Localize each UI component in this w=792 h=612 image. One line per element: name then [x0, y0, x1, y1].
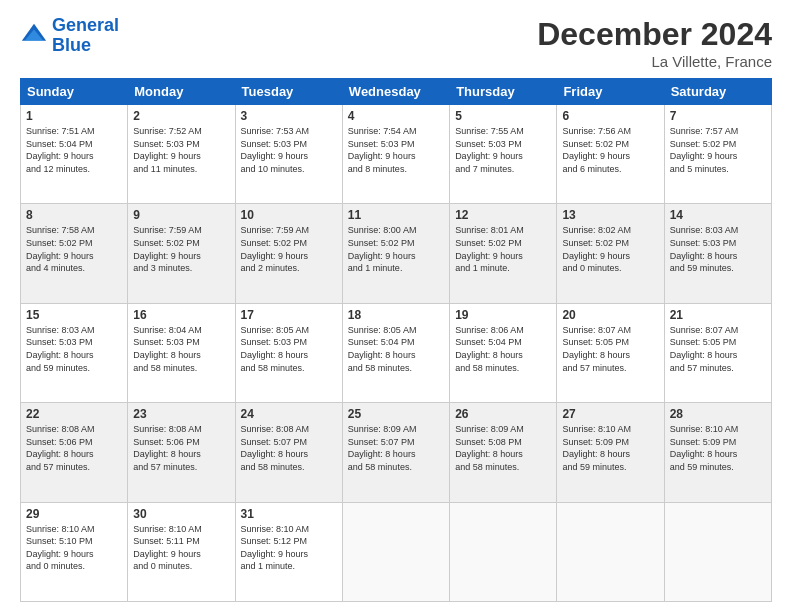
calendar-day-cell: 5Sunrise: 7:55 AM Sunset: 5:03 PM Daylig… — [450, 105, 557, 204]
day-number: 8 — [26, 208, 122, 222]
day-info: Sunrise: 7:59 AM Sunset: 5:02 PM Dayligh… — [241, 224, 337, 274]
calendar-day-cell: 22Sunrise: 8:08 AM Sunset: 5:06 PM Dayli… — [21, 403, 128, 502]
calendar-day-cell: 9Sunrise: 7:59 AM Sunset: 5:02 PM Daylig… — [128, 204, 235, 303]
day-number: 13 — [562, 208, 658, 222]
calendar-day-cell: 19Sunrise: 8:06 AM Sunset: 5:04 PM Dayli… — [450, 303, 557, 402]
day-number: 4 — [348, 109, 444, 123]
day-info: Sunrise: 8:07 AM Sunset: 5:05 PM Dayligh… — [562, 324, 658, 374]
day-number: 12 — [455, 208, 551, 222]
calendar-day-cell: 15Sunrise: 8:03 AM Sunset: 5:03 PM Dayli… — [21, 303, 128, 402]
calendar-day-cell: 28Sunrise: 8:10 AM Sunset: 5:09 PM Dayli… — [664, 403, 771, 502]
day-info: Sunrise: 8:00 AM Sunset: 5:02 PM Dayligh… — [348, 224, 444, 274]
calendar-day-cell — [557, 502, 664, 601]
day-number: 9 — [133, 208, 229, 222]
calendar-day-cell: 30Sunrise: 8:10 AM Sunset: 5:11 PM Dayli… — [128, 502, 235, 601]
day-info: Sunrise: 7:51 AM Sunset: 5:04 PM Dayligh… — [26, 125, 122, 175]
day-info: Sunrise: 7:53 AM Sunset: 5:03 PM Dayligh… — [241, 125, 337, 175]
day-info: Sunrise: 8:08 AM Sunset: 5:06 PM Dayligh… — [133, 423, 229, 473]
weekday-header-wednesday: Wednesday — [342, 79, 449, 105]
calendar-day-cell: 18Sunrise: 8:05 AM Sunset: 5:04 PM Dayli… — [342, 303, 449, 402]
day-info: Sunrise: 8:04 AM Sunset: 5:03 PM Dayligh… — [133, 324, 229, 374]
weekday-header-thursday: Thursday — [450, 79, 557, 105]
calendar-day-cell: 12Sunrise: 8:01 AM Sunset: 5:02 PM Dayli… — [450, 204, 557, 303]
day-info: Sunrise: 8:06 AM Sunset: 5:04 PM Dayligh… — [455, 324, 551, 374]
day-number: 16 — [133, 308, 229, 322]
calendar-week-row: 22Sunrise: 8:08 AM Sunset: 5:06 PM Dayli… — [21, 403, 772, 502]
logo-line2: Blue — [52, 35, 91, 55]
weekday-header-sunday: Sunday — [21, 79, 128, 105]
day-info: Sunrise: 7:59 AM Sunset: 5:02 PM Dayligh… — [133, 224, 229, 274]
day-number: 23 — [133, 407, 229, 421]
day-number: 11 — [348, 208, 444, 222]
calendar-day-cell — [342, 502, 449, 601]
month-title: December 2024 — [537, 16, 772, 53]
day-number: 17 — [241, 308, 337, 322]
day-info: Sunrise: 8:03 AM Sunset: 5:03 PM Dayligh… — [26, 324, 122, 374]
calendar-day-cell: 25Sunrise: 8:09 AM Sunset: 5:07 PM Dayli… — [342, 403, 449, 502]
day-number: 19 — [455, 308, 551, 322]
day-number: 20 — [562, 308, 658, 322]
day-number: 31 — [241, 507, 337, 521]
calendar-day-cell: 11Sunrise: 8:00 AM Sunset: 5:02 PM Dayli… — [342, 204, 449, 303]
calendar-day-cell: 20Sunrise: 8:07 AM Sunset: 5:05 PM Dayli… — [557, 303, 664, 402]
day-number: 15 — [26, 308, 122, 322]
day-info: Sunrise: 7:57 AM Sunset: 5:02 PM Dayligh… — [670, 125, 766, 175]
page: General Blue December 2024 La Villette, … — [0, 0, 792, 612]
calendar-table: SundayMondayTuesdayWednesdayThursdayFrid… — [20, 78, 772, 602]
logo: General Blue — [20, 16, 119, 56]
calendar-day-cell: 16Sunrise: 8:04 AM Sunset: 5:03 PM Dayli… — [128, 303, 235, 402]
calendar-day-cell — [664, 502, 771, 601]
day-number: 21 — [670, 308, 766, 322]
calendar-week-row: 15Sunrise: 8:03 AM Sunset: 5:03 PM Dayli… — [21, 303, 772, 402]
calendar-day-cell: 17Sunrise: 8:05 AM Sunset: 5:03 PM Dayli… — [235, 303, 342, 402]
day-info: Sunrise: 7:55 AM Sunset: 5:03 PM Dayligh… — [455, 125, 551, 175]
day-info: Sunrise: 7:58 AM Sunset: 5:02 PM Dayligh… — [26, 224, 122, 274]
day-info: Sunrise: 8:05 AM Sunset: 5:03 PM Dayligh… — [241, 324, 337, 374]
calendar-day-cell: 14Sunrise: 8:03 AM Sunset: 5:03 PM Dayli… — [664, 204, 771, 303]
calendar-day-cell: 3Sunrise: 7:53 AM Sunset: 5:03 PM Daylig… — [235, 105, 342, 204]
day-info: Sunrise: 8:09 AM Sunset: 5:08 PM Dayligh… — [455, 423, 551, 473]
day-info: Sunrise: 8:09 AM Sunset: 5:07 PM Dayligh… — [348, 423, 444, 473]
day-info: Sunrise: 8:01 AM Sunset: 5:02 PM Dayligh… — [455, 224, 551, 274]
calendar-day-cell: 23Sunrise: 8:08 AM Sunset: 5:06 PM Dayli… — [128, 403, 235, 502]
day-info: Sunrise: 8:10 AM Sunset: 5:11 PM Dayligh… — [133, 523, 229, 573]
calendar-day-cell: 7Sunrise: 7:57 AM Sunset: 5:02 PM Daylig… — [664, 105, 771, 204]
day-info: Sunrise: 7:54 AM Sunset: 5:03 PM Dayligh… — [348, 125, 444, 175]
day-info: Sunrise: 8:10 AM Sunset: 5:12 PM Dayligh… — [241, 523, 337, 573]
day-number: 24 — [241, 407, 337, 421]
day-number: 3 — [241, 109, 337, 123]
calendar-day-cell: 1Sunrise: 7:51 AM Sunset: 5:04 PM Daylig… — [21, 105, 128, 204]
logo-icon — [20, 22, 48, 50]
day-info: Sunrise: 8:10 AM Sunset: 5:09 PM Dayligh… — [670, 423, 766, 473]
calendar-day-cell: 13Sunrise: 8:02 AM Sunset: 5:02 PM Dayli… — [557, 204, 664, 303]
calendar-day-cell: 26Sunrise: 8:09 AM Sunset: 5:08 PM Dayli… — [450, 403, 557, 502]
calendar-day-cell — [450, 502, 557, 601]
day-number: 25 — [348, 407, 444, 421]
calendar-header-row: SundayMondayTuesdayWednesdayThursdayFrid… — [21, 79, 772, 105]
calendar-day-cell: 21Sunrise: 8:07 AM Sunset: 5:05 PM Dayli… — [664, 303, 771, 402]
day-number: 2 — [133, 109, 229, 123]
logo-line1: General — [52, 15, 119, 35]
calendar-day-cell: 24Sunrise: 8:08 AM Sunset: 5:07 PM Dayli… — [235, 403, 342, 502]
day-number: 30 — [133, 507, 229, 521]
day-number: 28 — [670, 407, 766, 421]
day-number: 10 — [241, 208, 337, 222]
day-info: Sunrise: 8:02 AM Sunset: 5:02 PM Dayligh… — [562, 224, 658, 274]
day-info: Sunrise: 8:07 AM Sunset: 5:05 PM Dayligh… — [670, 324, 766, 374]
day-number: 1 — [26, 109, 122, 123]
day-info: Sunrise: 8:08 AM Sunset: 5:06 PM Dayligh… — [26, 423, 122, 473]
day-number: 27 — [562, 407, 658, 421]
calendar-day-cell: 31Sunrise: 8:10 AM Sunset: 5:12 PM Dayli… — [235, 502, 342, 601]
location: La Villette, France — [537, 53, 772, 70]
day-number: 14 — [670, 208, 766, 222]
day-info: Sunrise: 8:08 AM Sunset: 5:07 PM Dayligh… — [241, 423, 337, 473]
weekday-header-monday: Monday — [128, 79, 235, 105]
day-info: Sunrise: 7:56 AM Sunset: 5:02 PM Dayligh… — [562, 125, 658, 175]
calendar-week-row: 8Sunrise: 7:58 AM Sunset: 5:02 PM Daylig… — [21, 204, 772, 303]
day-number: 6 — [562, 109, 658, 123]
day-number: 18 — [348, 308, 444, 322]
day-info: Sunrise: 8:05 AM Sunset: 5:04 PM Dayligh… — [348, 324, 444, 374]
title-block: December 2024 La Villette, France — [537, 16, 772, 70]
weekday-header-saturday: Saturday — [664, 79, 771, 105]
calendar-week-row: 1Sunrise: 7:51 AM Sunset: 5:04 PM Daylig… — [21, 105, 772, 204]
